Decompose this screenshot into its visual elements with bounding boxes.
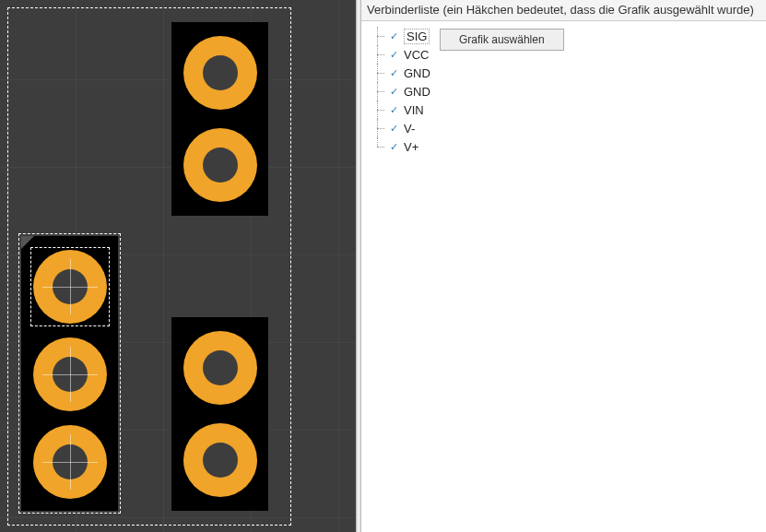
tree-item-label: VIN bbox=[404, 103, 424, 117]
check-icon: ✓ bbox=[389, 86, 398, 98]
connector-pad[interactable] bbox=[33, 425, 107, 499]
tree-item-label: GND bbox=[404, 66, 430, 80]
connector-list-panel: Verbinderliste (ein Häkchen bedeutet, da… bbox=[361, 0, 766, 532]
tree-item-label: V- bbox=[404, 122, 415, 136]
tree-branch-line bbox=[372, 64, 385, 82]
tree-branch-line bbox=[372, 137, 385, 156]
tree-item-label: V+ bbox=[404, 140, 418, 154]
connector-tree-item[interactable]: ✓VCC bbox=[372, 45, 430, 64]
tree-branch-line bbox=[372, 119, 385, 137]
tree-branch-line bbox=[372, 100, 385, 119]
connector-block[interactable] bbox=[21, 236, 118, 511]
connector-tree-item[interactable]: ✓VIN bbox=[372, 100, 430, 119]
connector-tree-item[interactable]: ✓GND bbox=[372, 64, 430, 82]
select-graphic-button[interactable]: Grafik auswählen bbox=[440, 29, 564, 51]
connector-tree-item[interactable]: ✓GND bbox=[372, 82, 430, 100]
connector-block[interactable] bbox=[171, 22, 268, 216]
pcb-canvas[interactable] bbox=[0, 0, 356, 532]
panel-header: Verbinderliste (ein Häkchen bedeutet, da… bbox=[361, 0, 766, 21]
check-icon: ✓ bbox=[389, 123, 398, 135]
tree-item-label: GND bbox=[404, 85, 430, 99]
connector-pad[interactable] bbox=[33, 250, 107, 324]
connector-pad[interactable] bbox=[183, 423, 257, 497]
connector-tree-item[interactable]: ✓V+ bbox=[372, 137, 430, 156]
tree-item-label: SIG bbox=[404, 29, 430, 44]
connector-tree-item[interactable]: ✓V- bbox=[372, 119, 430, 137]
connector-pad[interactable] bbox=[33, 337, 107, 411]
check-icon: ✓ bbox=[389, 30, 398, 42]
tree-branch-line bbox=[372, 82, 385, 100]
check-icon: ✓ bbox=[389, 141, 398, 153]
connector-pad[interactable] bbox=[183, 36, 257, 110]
pin1-indicator bbox=[21, 236, 34, 249]
connector-pad[interactable] bbox=[183, 128, 257, 202]
check-icon: ✓ bbox=[389, 104, 398, 116]
check-icon: ✓ bbox=[389, 67, 398, 79]
connector-pad[interactable] bbox=[183, 331, 257, 405]
connector-tree[interactable]: ✓SIG✓VCC✓GND✓GND✓VIN✓V-✓V+ bbox=[367, 27, 430, 156]
tree-item-label: VCC bbox=[404, 48, 429, 62]
check-icon: ✓ bbox=[389, 49, 398, 61]
connector-block[interactable] bbox=[171, 317, 268, 511]
tree-branch-line bbox=[372, 27, 385, 45]
tree-branch-line bbox=[372, 45, 385, 64]
connector-tree-item[interactable]: ✓SIG bbox=[372, 27, 430, 45]
